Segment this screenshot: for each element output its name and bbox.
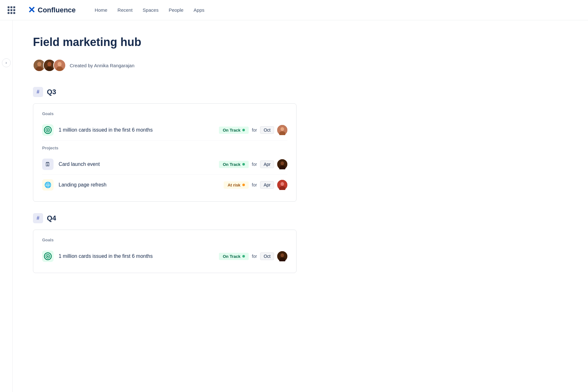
svg-point-13: [281, 127, 284, 131]
q4-goal-month-0: Oct: [260, 252, 274, 260]
page-layout: › Field marketing hub: [0, 20, 588, 392]
q3-goal-for-0: for: [252, 127, 257, 133]
q3-project-avatar-1: [277, 180, 287, 190]
svg-point-25: [281, 253, 284, 257]
q4-goal-name-0: 1 million cards issued in the first 6 mo…: [59, 253, 214, 259]
q3-project-right-0: On Track for Apr: [219, 159, 287, 169]
q4-goal-row-0: 1 million cards issued in the first 6 mo…: [42, 247, 287, 265]
nav-spaces[interactable]: Spaces: [139, 5, 162, 15]
q3-project-emoji-0: 🗓: [45, 161, 51, 168]
q4-goal-status-badge-0: On Track: [219, 253, 249, 260]
q3-goal-month-0: Oct: [260, 126, 274, 134]
q3-hash-icon: #: [33, 87, 43, 97]
svg-point-7: [58, 62, 62, 66]
created-by-section: Created by Annika Rangarajan: [33, 59, 297, 72]
q3-divider-1: [42, 140, 287, 140]
q4-goal-status-text-0: On Track: [223, 254, 240, 259]
q3-project-name-1: Landing page refresh: [59, 182, 219, 188]
nav-people[interactable]: People: [165, 5, 187, 15]
nav-links: Home Recent Spaces People Apps: [91, 5, 208, 15]
nav-home[interactable]: Home: [91, 5, 111, 15]
confluence-logo[interactable]: ✕ Confluence: [28, 5, 76, 15]
q3-project-emoji-1: 🌐: [44, 181, 51, 188]
q3-project-avatar-0: [277, 159, 287, 169]
confluence-logo-icon: ✕: [28, 5, 35, 15]
q3-goal-avatar-0: [277, 125, 287, 135]
sidebar-toggle-button[interactable]: ›: [2, 58, 11, 67]
sidebar: ›: [0, 20, 13, 392]
q4-goals-label: Goals: [42, 238, 287, 242]
nav-recent[interactable]: Recent: [114, 5, 137, 15]
q4-goal-for-0: for: [252, 254, 257, 259]
avatar-stack: [33, 59, 66, 72]
q3-divider-2: [42, 174, 287, 175]
q3-project-status-text-1: At risk: [227, 183, 240, 187]
q3-project-status-text-0: On Track: [223, 162, 240, 167]
nav-apps[interactable]: Apps: [190, 5, 208, 15]
q3-goals-label: Goals: [42, 111, 287, 116]
q3-project-month-1: Apr: [260, 181, 274, 189]
q3-goal-status-text-0: On Track: [223, 128, 240, 133]
q4-card: Goals 1 million cards issued in the firs…: [33, 230, 297, 273]
navigation: ✕ Confluence Home Recent Spaces People A…: [0, 0, 588, 20]
goal-icon-0: [42, 124, 54, 136]
q3-project-name-0: Card launch event: [59, 161, 214, 167]
q3-card: Goals 1 million cards issued in the firs…: [33, 103, 297, 202]
q3-project-status-badge-0: On Track: [219, 161, 249, 168]
q4-title: Q4: [47, 214, 56, 222]
avatar-3: [53, 59, 66, 72]
q3-project-right-1: At risk for Apr: [224, 180, 287, 190]
q3-project-for-0: for: [252, 162, 257, 167]
q3-projects-label: Projects: [42, 146, 287, 150]
q3-project-icon-1: 🌐: [42, 179, 54, 191]
q3-goal-status-dot-0: [242, 129, 245, 131]
svg-point-16: [281, 161, 284, 165]
q3-goal-status-badge-0: On Track: [219, 127, 249, 134]
svg-point-19: [281, 182, 284, 186]
q3-project-row-0: 🗓 Card launch event On Track for Apr: [42, 155, 287, 173]
q3-project-status-badge-1: At risk: [224, 181, 248, 189]
q4-goal-icon-0: [42, 251, 54, 262]
q4-goal-right-0: On Track for Oct: [219, 251, 287, 261]
q3-title: Q3: [47, 88, 56, 96]
svg-point-4: [48, 62, 52, 66]
svg-point-23: [47, 256, 49, 257]
created-by-text: Created by Annika Rangarajan: [70, 63, 134, 68]
svg-point-1: [37, 62, 42, 66]
q4-section-header: # Q4: [33, 213, 297, 223]
svg-point-11: [47, 129, 49, 131]
q3-project-for-1: for: [252, 182, 257, 187]
q3-goal-row-0: 1 million cards issued in the first 6 mo…: [42, 121, 287, 139]
q4-goal-status-dot-0: [242, 255, 245, 258]
page-title: Field marketing hub: [33, 36, 297, 49]
app-grid-icon[interactable]: [8, 6, 15, 14]
q3-goal-right-0: On Track for Oct: [219, 125, 287, 135]
q3-project-status-dot-0: [242, 163, 245, 166]
q3-project-row-1: 🌐 Landing page refresh At risk for Apr: [42, 176, 287, 194]
q4-hash-icon: #: [33, 213, 43, 223]
q3-section-header: # Q3: [33, 87, 297, 97]
main-content: Field marketing hub: [13, 20, 317, 392]
q4-goal-avatar-0: [277, 251, 287, 261]
q3-project-month-0: Apr: [260, 160, 274, 168]
q3-project-icon-0: 🗓: [42, 159, 54, 170]
q3-project-status-dot-1: [242, 184, 245, 186]
q3-goal-name-0: 1 million cards issued in the first 6 mo…: [59, 127, 214, 133]
app-name: Confluence: [38, 6, 76, 14]
